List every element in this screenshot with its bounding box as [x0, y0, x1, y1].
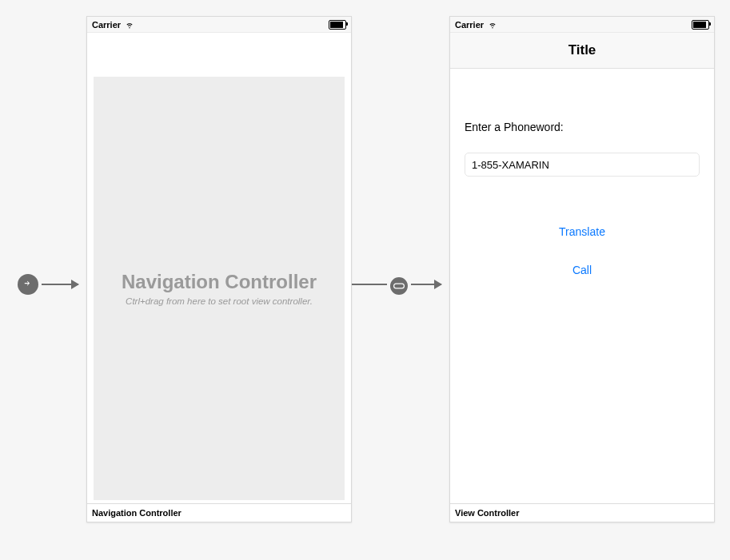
- scene-label-nav[interactable]: Navigation Controller: [87, 503, 351, 522]
- svg-rect-0: [394, 284, 405, 288]
- root-segue-line: [352, 284, 387, 285]
- wifi-icon: [488, 20, 497, 30]
- phoneword-prompt-label: Enter a Phoneword:: [465, 121, 700, 133]
- wifi-icon: [125, 20, 134, 30]
- navbar-title: Title: [568, 42, 596, 58]
- navigation-bar[interactable]: Title: [450, 33, 714, 69]
- translate-button[interactable]: Translate: [465, 220, 700, 243]
- scene-label-view[interactable]: View Controller: [450, 503, 714, 522]
- carrier-label: Carrier: [92, 20, 121, 30]
- nav-placeholder-hint: Ctrl+drag from here to set root view con…: [126, 296, 313, 306]
- navigation-controller-placeholder[interactable]: Navigation Controller Ctrl+drag from her…: [94, 77, 345, 500]
- carrier-label: Carrier: [455, 20, 484, 30]
- status-bar: Carrier: [87, 17, 351, 33]
- view-controller-scene[interactable]: Carrier Title Enter a Phoneword: Transla…: [449, 16, 715, 522]
- entry-arrow: [42, 284, 78, 285]
- status-bar: Carrier: [450, 17, 714, 33]
- nav-placeholder-title: Navigation Controller: [122, 271, 317, 293]
- scene-label-text: Navigation Controller: [92, 508, 182, 518]
- storyboard-canvas[interactable]: Carrier Navigation Controller Ctrl+drag …: [0, 0, 730, 560]
- phoneword-input[interactable]: [465, 153, 700, 177]
- battery-icon: [329, 20, 346, 30]
- root-segue-icon[interactable]: [387, 274, 411, 298]
- entry-point-icon[interactable]: [18, 274, 38, 295]
- call-button[interactable]: Call: [465, 259, 700, 281]
- view-content: Enter a Phoneword: Translate Call: [450, 121, 714, 281]
- scene-label-text: View Controller: [455, 508, 519, 518]
- battery-icon: [692, 20, 709, 30]
- navigation-controller-scene[interactable]: Carrier Navigation Controller Ctrl+drag …: [86, 16, 352, 522]
- root-segue-arrow: [411, 284, 441, 285]
